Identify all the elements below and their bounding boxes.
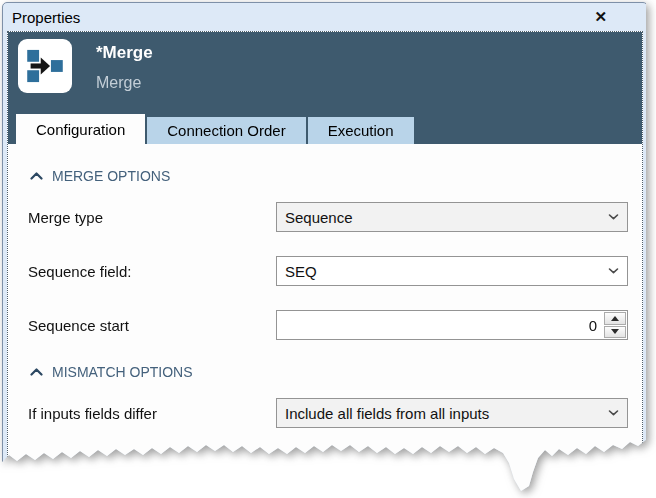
sequence-field-dropdown[interactable]: SEQ <box>276 256 628 286</box>
tab-configuration[interactable]: Configuration <box>16 114 145 144</box>
if-inputs-differ-value: Include all fields from all inputs <box>277 405 627 422</box>
sequence-start-row: Sequence start <box>28 310 628 340</box>
merge-type-dropdown[interactable]: Sequence <box>276 202 628 232</box>
tab-execution-label: Execution <box>328 122 394 139</box>
triangle-down-icon <box>611 329 619 334</box>
merge-type-label: Merge type <box>28 209 276 226</box>
chevron-down-icon <box>608 214 619 221</box>
properties-window-shadow: Properties ✕ *Merge Merge <box>2 2 648 494</box>
spinner-buttons <box>604 312 626 338</box>
tab-connection-order[interactable]: Connection Order <box>147 117 305 144</box>
properties-window: Properties ✕ *Merge Merge <box>2 2 648 494</box>
tab-strip: Configuration Connection Order Execution <box>16 114 414 144</box>
properties-panel: *Merge Merge Configuration Connection Or… <box>7 31 643 493</box>
sequence-start-input[interactable] <box>277 311 627 339</box>
titlebar[interactable]: Properties <box>3 3 647 31</box>
if-inputs-differ-dropdown[interactable]: Include all fields from all inputs <box>276 398 628 428</box>
merge-type-row: Merge type Sequence <box>28 202 628 232</box>
configuration-content: MERGE OPTIONS Merge type Sequence Sequen… <box>8 144 642 492</box>
chevron-up-icon <box>30 172 43 180</box>
if-inputs-differ-row: If inputs fields differ Include all fiel… <box>28 398 628 428</box>
merge-type-value: Sequence <box>277 209 627 226</box>
tab-configuration-label: Configuration <box>36 121 125 138</box>
if-inputs-differ-label: If inputs fields differ <box>28 405 276 422</box>
close-icon[interactable]: ✕ <box>594 9 607 24</box>
sequence-start-label: Sequence start <box>28 317 276 334</box>
triangle-up-icon <box>611 316 619 321</box>
section-mismatch-options-title: MISMATCH OPTIONS <box>52 364 193 380</box>
section-mismatch-options[interactable]: MISMATCH OPTIONS <box>30 364 628 380</box>
tool-title: *Merge <box>96 43 153 63</box>
merge-icon <box>18 39 72 93</box>
sequence-field-row: Sequence field: SEQ <box>28 256 628 286</box>
tab-execution[interactable]: Execution <box>308 117 414 144</box>
sequence-start-stepper <box>276 310 628 340</box>
tab-connection-order-label: Connection Order <box>167 122 285 139</box>
spinner-down-button[interactable] <box>604 326 626 339</box>
tool-subtitle: Merge <box>96 74 141 92</box>
section-merge-options-title: MERGE OPTIONS <box>52 168 170 184</box>
spinner-up-button[interactable] <box>604 312 626 325</box>
chevron-down-icon <box>608 268 619 275</box>
sequence-field-value: SEQ <box>277 263 627 280</box>
window-title: Properties <box>12 9 80 26</box>
tool-header: *Merge Merge Configuration Connection Or… <box>8 32 642 144</box>
section-merge-options[interactable]: MERGE OPTIONS <box>30 168 628 184</box>
sequence-field-label: Sequence field: <box>28 263 276 280</box>
chevron-down-icon <box>608 410 619 417</box>
chevron-up-icon <box>30 368 43 376</box>
